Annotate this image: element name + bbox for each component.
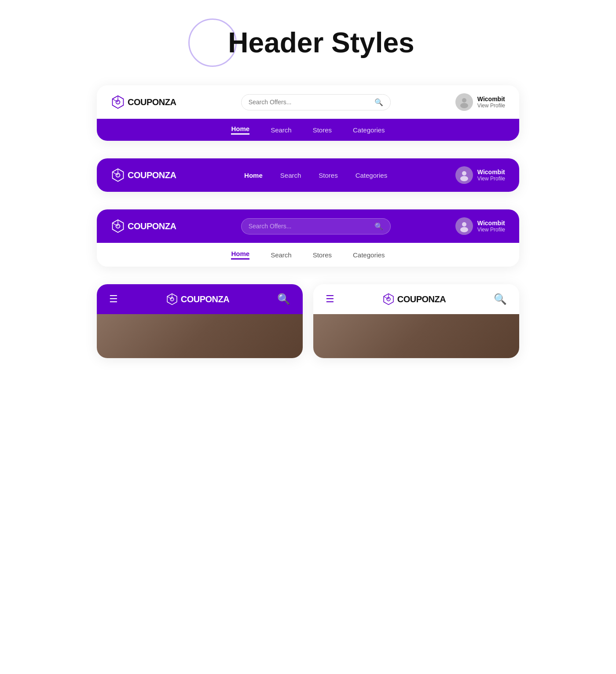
mobile-img-overlay-5	[313, 314, 519, 358]
header-style-1: COUPONZA 🔍 Wicombit View Profile Home Se…	[97, 85, 519, 141]
svg-point-11	[460, 176, 468, 181]
mobile-img-overlay-4	[97, 314, 303, 358]
search-input-1[interactable]	[249, 99, 371, 106]
nav-search-1[interactable]: Search	[271, 126, 292, 134]
logo-icon-4	[166, 293, 178, 305]
svg-point-4	[462, 98, 466, 103]
page-title: Header Styles	[202, 26, 414, 59]
logo-1[interactable]: COUPONZA	[111, 95, 176, 109]
user-name-2: Wicombit	[477, 168, 505, 176]
search-bar-1: 🔍	[241, 94, 391, 110]
hamburger-icon-4[interactable]: ☰	[109, 293, 118, 305]
nav-home-2[interactable]: Home	[244, 172, 263, 179]
style2-nav-links: Home Search Stores Categories	[244, 172, 387, 179]
logo-text-1: COUPONZA	[128, 97, 176, 107]
nav-stores-1[interactable]: Stores	[313, 126, 332, 134]
nav-stores-3[interactable]: Stores	[313, 251, 332, 259]
style1-nav-bar: Home Search Stores Categories	[97, 119, 519, 141]
logo-text-4: COUPONZA	[181, 294, 229, 304]
search-icon-1: 🔍	[374, 98, 383, 106]
avatar-3	[455, 217, 473, 235]
search-big-icon-5[interactable]: 🔍	[494, 293, 507, 305]
nav-stores-2[interactable]: Stores	[319, 172, 337, 179]
nav-home-1[interactable]: Home	[231, 125, 249, 135]
svg-point-17	[460, 227, 468, 232]
logo-icon-2	[111, 168, 125, 182]
nav-search-3[interactable]: Search	[271, 251, 292, 259]
nav-search-2[interactable]: Search	[280, 172, 301, 179]
user-profile-1[interactable]: Wicombit View Profile	[455, 93, 505, 111]
search-input-3[interactable]	[249, 223, 371, 230]
nav-home-3[interactable]: Home	[231, 250, 249, 260]
view-profile-2[interactable]: View Profile	[477, 176, 505, 182]
style2-bar: COUPONZA Home Search Stores Categories W…	[97, 158, 519, 192]
search-bar-3: 🔍	[241, 218, 391, 234]
view-profile-3[interactable]: View Profile	[477, 227, 505, 233]
style1-top-bar: COUPONZA 🔍 Wicombit View Profile	[97, 85, 519, 119]
logo-3[interactable]: COUPONZA	[111, 219, 176, 233]
logo-4[interactable]: COUPONZA	[166, 293, 229, 305]
logo-5[interactable]: COUPONZA	[382, 293, 446, 305]
header-style-2: COUPONZA Home Search Stores Categories W…	[97, 158, 519, 192]
user-info-2: Wicombit View Profile	[477, 168, 505, 182]
mobile-style-4: ☰ COUPONZA 🔍	[97, 284, 303, 358]
hamburger-icon-5[interactable]: ☰	[326, 293, 334, 305]
svg-point-16	[462, 222, 466, 227]
user-info-1: Wicombit View Profile	[477, 95, 505, 109]
logo-icon-5	[382, 293, 395, 305]
logo-text-5: COUPONZA	[397, 294, 446, 304]
logo-icon-3	[111, 219, 125, 233]
nav-categories-2[interactable]: Categories	[356, 172, 388, 179]
user-name-1: Wicombit	[477, 95, 505, 103]
svg-point-10	[462, 171, 466, 176]
avatar-2	[455, 166, 473, 184]
mobile-bar-5: ☰ COUPONZA 🔍	[313, 284, 519, 314]
nav-categories-3[interactable]: Categories	[353, 251, 385, 259]
logo-text-2: COUPONZA	[128, 170, 176, 180]
avatar-1	[455, 93, 473, 111]
nav-categories-1[interactable]: Categories	[353, 126, 385, 134]
mobile-bar-4: ☰ COUPONZA 🔍	[97, 284, 303, 314]
style3-nav-bar: Home Search Stores Categories	[97, 243, 519, 267]
user-profile-2[interactable]: Wicombit View Profile	[455, 166, 505, 184]
mobile-img-5	[313, 314, 519, 358]
search-icon-3: 🔍	[374, 222, 383, 231]
search-big-icon-4[interactable]: 🔍	[277, 293, 290, 305]
logo-icon-1	[111, 95, 125, 109]
svg-point-5	[460, 103, 468, 108]
user-profile-3[interactable]: Wicombit View Profile	[455, 217, 505, 235]
user-info-3: Wicombit View Profile	[477, 220, 505, 233]
view-profile-1[interactable]: View Profile	[477, 103, 505, 109]
mobile-img-4	[97, 314, 303, 358]
header-style-3: COUPONZA 🔍 Wicombit View Profile Home Se…	[97, 209, 519, 267]
mobile-style-5: ☰ COUPONZA 🔍	[313, 284, 519, 358]
logo-text-3: COUPONZA	[128, 221, 176, 231]
user-name-3: Wicombit	[477, 220, 505, 227]
mobile-row: ☰ COUPONZA 🔍 ☰	[97, 284, 519, 358]
logo-2[interactable]: COUPONZA	[111, 168, 176, 182]
style3-top-bar: COUPONZA 🔍 Wicombit View Profile	[97, 209, 519, 243]
hero-section: Header Styles	[202, 26, 414, 59]
